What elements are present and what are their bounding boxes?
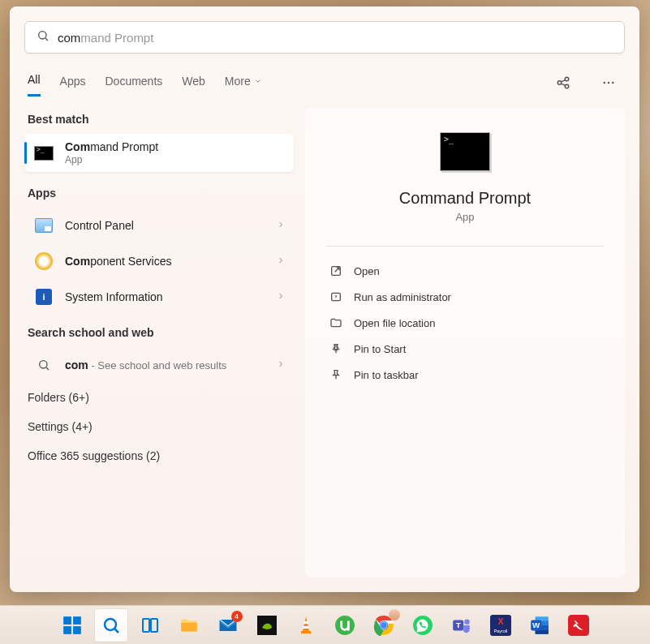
svg-point-36: [464, 619, 470, 625]
chevron-right-icon: [276, 358, 286, 372]
teams-button[interactable]: T: [446, 609, 478, 642]
action-pin-start[interactable]: Pin to Start: [326, 336, 604, 362]
payroll-icon: XPayroll: [490, 615, 511, 636]
chevron-right-icon: [276, 218, 286, 233]
detail-subtitle: App: [455, 211, 474, 223]
system-information-icon: i: [32, 286, 55, 308]
svg-point-20: [105, 619, 116, 630]
svg-text:T: T: [455, 620, 460, 629]
section-settings[interactable]: Settings (4+): [24, 412, 294, 441]
whatsapp-button[interactable]: [407, 609, 439, 642]
result-system-information[interactable]: i System Information: [24, 279, 294, 315]
tab-apps[interactable]: Apps: [60, 70, 86, 96]
nvidia-button[interactable]: [251, 609, 283, 642]
section-folders[interactable]: Folders (6+): [24, 383, 294, 412]
svg-point-4: [565, 84, 569, 88]
nvidia-icon: [257, 616, 277, 635]
action-label: Run as administrator: [354, 291, 451, 303]
acrobat-button[interactable]: [562, 609, 595, 642]
svg-rect-22: [143, 619, 149, 632]
start-search-panel: command Prompt All Apps Documents Web Mo…: [10, 6, 639, 592]
result-web-search[interactable]: com - See school and web results: [24, 347, 294, 383]
utorrent-button[interactable]: [329, 609, 361, 642]
svg-line-6: [561, 84, 565, 85]
vlc-button[interactable]: [290, 609, 322, 642]
word-button[interactable]: W: [523, 609, 556, 642]
taskbar-search-button[interactable]: [95, 609, 127, 642]
action-label: Pin to taskbar: [354, 369, 419, 381]
result-title: System Information: [65, 290, 266, 303]
word-icon: W: [529, 615, 550, 636]
chrome-profile-avatar: [389, 609, 400, 620]
tab-web[interactable]: Web: [182, 70, 205, 96]
section-apps: Apps: [24, 182, 294, 208]
pin-icon: [329, 368, 342, 381]
search-box[interactable]: command Prompt: [24, 21, 625, 54]
start-button[interactable]: [56, 609, 88, 642]
command-prompt-large-icon: [440, 132, 490, 171]
filter-tabs: All Apps Documents Web More: [28, 68, 622, 97]
svg-rect-17: [73, 616, 81, 625]
payroll-app-button[interactable]: XPayroll: [484, 609, 517, 642]
open-icon: [329, 264, 342, 277]
section-search-web: Search school and web: [24, 321, 294, 347]
svg-point-10: [40, 361, 47, 368]
tab-documents[interactable]: Documents: [105, 70, 162, 96]
tab-more-label: More: [225, 75, 251, 88]
svg-rect-27: [301, 631, 311, 633]
search-icon: [37, 29, 58, 45]
component-services-icon: [32, 250, 55, 273]
result-title: Control Panel: [65, 219, 266, 232]
folder-icon: [329, 316, 342, 329]
chevron-right-icon: [276, 254, 286, 268]
result-component-services[interactable]: Component Services: [24, 243, 294, 279]
tab-all[interactable]: All: [28, 68, 41, 97]
pin-icon: [329, 342, 342, 355]
search-typed-text: com: [58, 31, 80, 45]
action-label: Open file location: [354, 317, 435, 329]
file-explorer-button[interactable]: [173, 609, 205, 642]
action-label: Pin to Start: [354, 343, 406, 355]
section-best-match: Best match: [24, 108, 294, 134]
pdf-icon: [568, 615, 589, 636]
action-list: Open Run as administrator Open file loca…: [326, 258, 604, 388]
chrome-button[interactable]: [368, 609, 400, 642]
svg-rect-46: [568, 615, 589, 636]
result-subtitle: App: [65, 154, 286, 165]
result-command-prompt[interactable]: Command Prompt App: [24, 134, 294, 172]
task-view-button[interactable]: [134, 609, 166, 642]
svg-line-11: [46, 367, 49, 370]
svg-text:X: X: [497, 616, 504, 625]
detail-title: Command Prompt: [399, 189, 531, 208]
action-open-file-location[interactable]: Open file location: [326, 310, 604, 336]
svg-point-7: [604, 81, 605, 83]
share-across-devices-button[interactable]: [550, 70, 576, 96]
svg-rect-23: [151, 619, 157, 632]
section-office-suggestions[interactable]: Office 365 suggestions (2): [24, 441, 294, 470]
action-label: Open: [354, 265, 380, 277]
shield-icon: [329, 290, 342, 303]
action-run-admin[interactable]: Run as administrator: [326, 284, 604, 310]
search-icon: [32, 354, 55, 376]
svg-point-8: [608, 81, 609, 83]
divider: [326, 246, 604, 247]
action-pin-taskbar[interactable]: Pin to taskbar: [326, 362, 604, 388]
tab-more[interactable]: More: [225, 70, 262, 96]
svg-rect-26: [303, 626, 308, 629]
search-input[interactable]: command Prompt: [58, 31, 613, 45]
mail-button[interactable]: 4: [212, 609, 244, 642]
svg-text:W: W: [532, 620, 540, 629]
control-panel-icon: [32, 214, 55, 237]
search-icon: [101, 616, 121, 635]
results-column: Best match Command Prompt App Apps Contr…: [24, 108, 294, 577]
result-title: Command Prompt: [65, 140, 286, 153]
more-options-button[interactable]: [596, 70, 622, 96]
detail-pane: Command Prompt App Open Run as administr…: [305, 108, 625, 577]
svg-line-21: [114, 629, 118, 633]
svg-rect-18: [63, 626, 71, 634]
svg-point-2: [557, 80, 562, 84]
result-control-panel[interactable]: Control Panel: [24, 208, 294, 243]
action-open[interactable]: Open: [326, 258, 604, 284]
search-autocomplete-text: mand Prompt: [80, 31, 153, 45]
vlc-cone-icon: [296, 615, 316, 636]
